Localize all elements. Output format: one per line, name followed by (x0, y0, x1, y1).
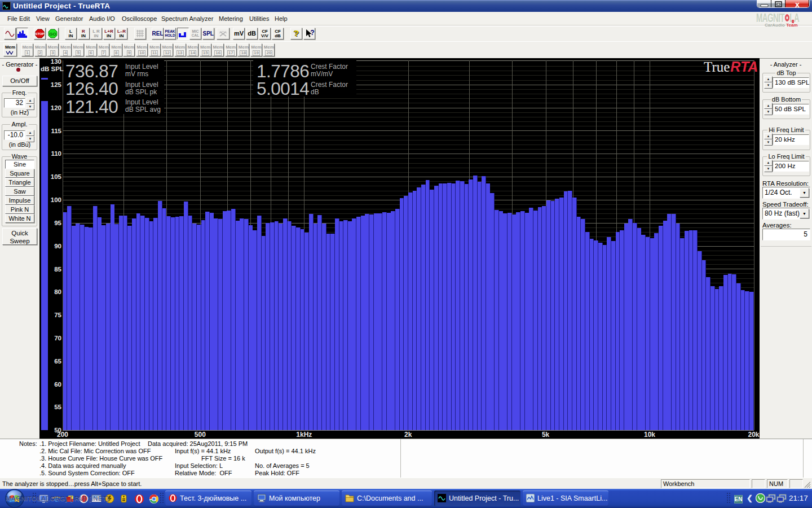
svg-text:dB SPL pk: dB SPL pk (125, 88, 157, 96)
svg-text:75: 75 (54, 312, 61, 318)
svg-text:TrueRTA: TrueRTA (704, 59, 758, 75)
svg-text:STOP: STOP (35, 32, 44, 36)
svg-text:65: 65 (54, 358, 61, 365)
svg-text:121.40: 121.40 (65, 97, 118, 117)
svg-text:Input Level: Input Level (125, 98, 158, 106)
svg-text:125: 125 (51, 81, 62, 88)
svg-text:55: 55 (54, 404, 61, 410)
svg-text:200: 200 (57, 431, 68, 439)
svg-text:120: 120 (51, 104, 61, 111)
svg-text:?: ? (310, 29, 314, 37)
svg-text:Input Level: Input Level (125, 81, 158, 89)
svg-text:85: 85 (54, 266, 61, 273)
svg-text:Crest Factor: Crest Factor (311, 63, 348, 71)
svg-text:5.0014: 5.0014 (257, 78, 309, 99)
svg-text:mV rms: mV rms (125, 70, 148, 78)
svg-text:2k: 2k (404, 431, 412, 439)
svg-text:95: 95 (54, 220, 61, 226)
svg-text:Crest Factor: Crest Factor (311, 81, 348, 89)
svg-text:dB: dB (311, 88, 319, 96)
svg-text:Input Level: Input Level (125, 63, 158, 71)
svg-text:GO: GO (49, 32, 56, 37)
svg-text:110: 110 (51, 150, 61, 157)
svg-text:115: 115 (51, 128, 61, 134)
svg-text:100: 100 (51, 196, 61, 203)
svg-text:10k: 10k (644, 431, 655, 439)
svg-text:x: x (795, 1, 800, 8)
svg-text:mV/mV: mV/mV (311, 70, 333, 78)
svg-text:80: 80 (54, 288, 61, 295)
svg-text:60: 60 (54, 381, 61, 388)
svg-text:20k: 20k (748, 431, 759, 439)
svg-text:dB SPL avg: dB SPL avg (125, 106, 161, 113)
svg-text:dB SPL: dB SPL (41, 65, 64, 72)
svg-text:70: 70 (54, 335, 61, 341)
svg-text:500: 500 (195, 431, 206, 439)
svg-text:130: 130 (51, 58, 61, 65)
svg-text:1kHz: 1kHz (296, 431, 312, 439)
svg-text:90: 90 (54, 243, 61, 249)
svg-text:105: 105 (51, 173, 62, 180)
svg-text:5k: 5k (542, 431, 550, 439)
